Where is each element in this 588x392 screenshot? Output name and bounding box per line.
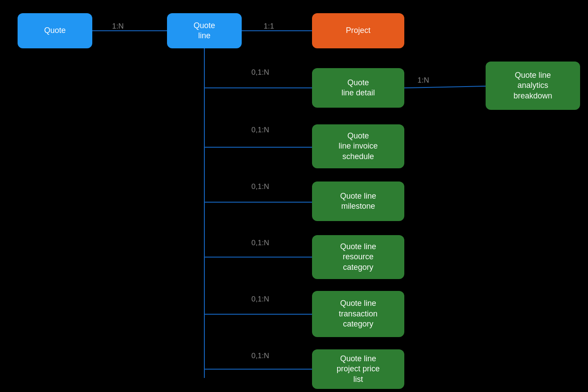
quote-line-detail-label: Quoteline detail [341, 78, 375, 98]
cardinality-quoteline-invoice: 0,1:N [251, 126, 269, 134]
quote-line-resource-node: Quote lineresourcecategory [312, 235, 404, 279]
cardinality-quoteline-detail: 0,1:N [251, 68, 269, 77]
cardinality-quoteline-transaction: 0,1:N [251, 295, 269, 304]
quote-line-milestone-label: Quote linemilestone [340, 191, 376, 212]
quote-line-resource-label: Quote lineresourcecategory [340, 242, 376, 272]
quote-line-price-node: Quote lineproject pricelist [312, 349, 404, 389]
project-node: Project [312, 13, 404, 48]
quote-line-transaction-node: Quote linetransactioncategory [312, 291, 404, 337]
cardinality-quoteline-resource: 0,1:N [251, 239, 269, 247]
quote-line-milestone-node: Quote linemilestone [312, 181, 404, 221]
cardinality-quote-quoteline: 1:N [112, 22, 123, 31]
quote-line-transaction-label: Quote linetransactioncategory [339, 298, 377, 329]
quote-line-node: Quoteline [167, 13, 242, 48]
quote-line-analytics-node: Quote lineanalyticsbreakdown [486, 62, 580, 110]
svg-line-4 [404, 86, 486, 88]
cardinality-detail-analytics: 1:N [417, 76, 429, 85]
cardinality-quoteline-price: 0,1:N [251, 352, 269, 360]
cardinality-quoteline-project: 1:1 [264, 22, 274, 31]
project-label: Project [346, 25, 370, 36]
quote-line-detail-node: Quoteline detail [312, 68, 404, 108]
quote-line-invoice-label: Quoteline invoiceschedule [338, 131, 377, 162]
quote-line-invoice-node: Quoteline invoiceschedule [312, 124, 404, 168]
quote-label: Quote [44, 25, 65, 36]
connection-lines [0, 0, 588, 392]
cardinality-quoteline-milestone: 0,1:N [251, 182, 269, 191]
quote-node: Quote [18, 13, 92, 48]
quote-line-label: Quoteline [193, 21, 215, 41]
quote-line-analytics-label: Quote lineanalyticsbreakdown [513, 70, 552, 101]
diagram-container: Quote Quoteline Project Quoteline detail… [0, 0, 588, 392]
quote-line-price-label: Quote lineproject pricelist [337, 354, 380, 385]
